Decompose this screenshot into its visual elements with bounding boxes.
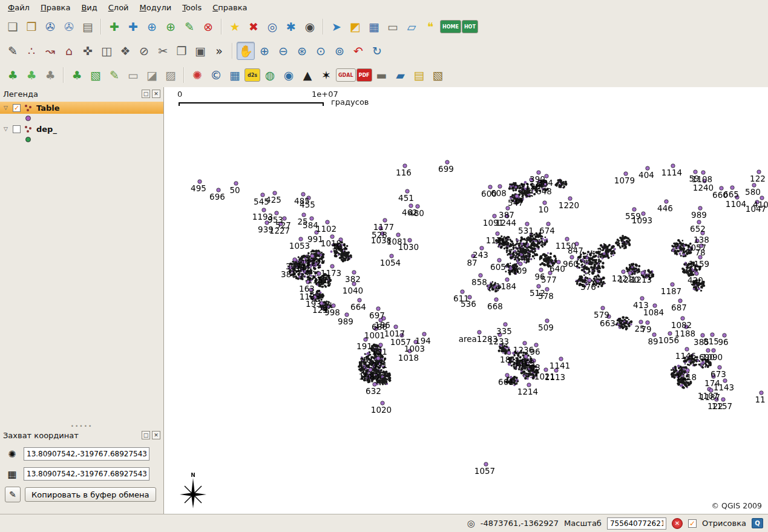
select-features-icon[interactable]: ◩ [346, 18, 364, 36]
gdal-tools-icon[interactable]: GDAL [336, 68, 356, 82]
add-vector-layer-icon[interactable]: ✚ [105, 18, 123, 36]
dxf2shp-icon[interactable]: d2s [245, 68, 260, 82]
layer-checkbox[interactable] [13, 125, 21, 133]
map-point-label: 1188 [675, 329, 695, 338]
geoprocessing-icon[interactable]: ◍ [261, 66, 279, 84]
identify-icon[interactable]: ➤ [327, 18, 346, 36]
layer-checkbox[interactable]: ✓ [13, 104, 21, 112]
pan-map-icon[interactable]: ✋ [237, 42, 255, 60]
save-project-as-icon[interactable]: ✇ [60, 18, 78, 36]
coordinate-capture-float-button[interactable] [142, 431, 150, 439]
new-vector-layer-icon[interactable]: ✎ [180, 18, 199, 36]
evis-icon[interactable]: ▧ [429, 66, 447, 84]
map-coordinate-input[interactable] [24, 467, 149, 481]
copy-features-icon[interactable]: ❐ [172, 42, 191, 60]
open-project-icon[interactable]: ❒ [22, 18, 41, 36]
expander-icon[interactable]: ▽ [4, 126, 10, 132]
map-point-label: 480 [409, 208, 424, 218]
home-bookmark-icon[interactable]: HOME [440, 20, 461, 33]
legend-float-button[interactable] [142, 90, 150, 98]
measure-line-icon[interactable]: ▭ [384, 18, 402, 36]
capture-point-icon[interactable]: ∴ [22, 42, 41, 60]
zoom-full-icon[interactable]: ⊛ [293, 42, 311, 60]
qgis-icon[interactable] [752, 518, 763, 528]
legend-layer-table[interactable]: ▽✓Table [0, 102, 163, 114]
mouse-position-icon[interactable]: ◎ [467, 518, 475, 529]
track-mouse-button[interactable]: ✎ [5, 487, 21, 502]
add-wms-layer-icon[interactable]: ⊕ [162, 18, 180, 36]
coordinate-capture-icon[interactable]: ✺ [188, 66, 206, 84]
coordinate-capture-close-button[interactable] [152, 431, 160, 439]
north-arrow-icon[interactable]: ✶ [317, 66, 335, 84]
zoom-out-icon[interactable]: ⊖ [274, 42, 292, 60]
menu-item-5[interactable]: Tools [177, 1, 207, 14]
node-tool-icon[interactable]: ❖ [116, 42, 134, 60]
stop-render-button[interactable] [672, 518, 683, 529]
zoom-in-icon[interactable]: ⊕ [255, 42, 274, 60]
move-feature-icon[interactable]: ✜ [79, 42, 97, 60]
export-pdf-icon[interactable]: PDF [356, 68, 372, 82]
map-point-label: 404 [638, 170, 654, 180]
map-tips-icon[interactable]: ❝ [421, 18, 439, 36]
map-point-label: 673 [711, 369, 726, 379]
quick-print-icon[interactable]: ▤ [410, 66, 428, 84]
grass-close-mapset-icon[interactable]: ♣ [41, 66, 59, 84]
menu-item-4[interactable]: Модули [134, 1, 177, 14]
panel-splitter[interactable] [0, 424, 163, 429]
profile-icon[interactable]: ▲ [298, 66, 317, 84]
refresh-icon[interactable]: ↻ [368, 42, 386, 60]
grass-region-icon[interactable]: ▧ [87, 66, 105, 84]
crs-coordinate-input[interactable] [24, 447, 149, 461]
delete-selection-icon[interactable]: ✖ [245, 18, 263, 36]
legend-layer-dep-[interactable]: ▽dep_ [0, 123, 163, 135]
grass-open-mapset-icon[interactable]: ♣ [4, 66, 22, 84]
hot-bookmark-icon[interactable]: HOT [462, 20, 478, 33]
capture-line-icon[interactable]: ↝ [41, 42, 59, 60]
new-bookmark-icon[interactable]: ★ [226, 18, 244, 36]
toolbar-overflow-button[interactable]: » [210, 42, 228, 60]
print-composer-icon[interactable]: ▤ [79, 18, 97, 36]
capture-polygon-icon[interactable]: ⌂ [60, 42, 78, 60]
grass-new-mapset-icon[interactable]: ♣ [22, 66, 41, 84]
graticule-builder-icon[interactable]: ▦ [226, 66, 244, 84]
paste-features-icon[interactable]: ▣ [191, 42, 209, 60]
expander-icon[interactable]: ▽ [4, 105, 10, 111]
wfs-plugin-icon[interactable]: ◉ [280, 66, 298, 84]
toggle-visibility-icon[interactable]: ◉ [301, 18, 319, 36]
show-bookmarks-icon[interactable]: ◎ [263, 18, 281, 36]
cut-features-icon[interactable]: ✂ [154, 42, 172, 60]
save-project-icon[interactable]: ✇ [41, 18, 59, 36]
options-icon[interactable]: ✱ [282, 18, 300, 36]
zoom-to-layer-icon[interactable]: ⊚ [330, 42, 349, 60]
menu-item-1[interactable]: Правка [35, 1, 76, 14]
render-checkbox[interactable] [688, 519, 697, 528]
attribute-table-icon[interactable]: ▦ [365, 18, 383, 36]
split-features-icon[interactable]: ◫ [97, 42, 116, 60]
menu-item-6[interactable]: Справка [207, 1, 252, 14]
delete-selected-icon[interactable]: ⊘ [135, 42, 153, 60]
scale-bar-icon[interactable]: ▬ [373, 66, 391, 84]
menu-item-0[interactable]: Файл [2, 1, 35, 14]
legend-close-button[interactable] [152, 90, 160, 98]
menu-item-3[interactable]: Слой [103, 1, 134, 14]
grass-close-region-icon[interactable]: ▨ [162, 66, 180, 84]
copy-to-clipboard-button[interactable]: Копировать в буфер обмена [25, 487, 156, 502]
zoom-last-icon[interactable]: ↶ [349, 42, 367, 60]
new-project-icon[interactable]: ❑ [4, 18, 22, 36]
remove-layer-icon[interactable]: ⊗ [199, 18, 217, 36]
scalebar-line [179, 102, 324, 106]
grass-region-edit-icon[interactable]: ▭ [124, 66, 142, 84]
copyright-label-icon[interactable]: © [207, 66, 225, 84]
add-postgis-layer-icon[interactable]: ⊕ [143, 18, 161, 36]
toggle-editing-icon[interactable]: ✎ [4, 42, 22, 60]
grass-display-icon[interactable]: ◪ [143, 66, 161, 84]
zoom-to-selection-icon[interactable]: ⊙ [312, 42, 330, 60]
grass-edit-icon[interactable]: ✎ [105, 66, 123, 84]
add-raster-layer-icon[interactable]: ✚ [124, 18, 142, 36]
mapserver-export-icon[interactable]: ▰ [392, 66, 410, 84]
measure-area-icon[interactable]: ▱ [402, 18, 421, 36]
map-canvas[interactable]: 4956965011669945146248054542548545511939… [164, 87, 768, 514]
scale-input[interactable] [607, 517, 666, 530]
menu-item-2[interactable]: Вид [76, 1, 102, 14]
grass-tools-icon[interactable]: ♣ [68, 66, 86, 84]
